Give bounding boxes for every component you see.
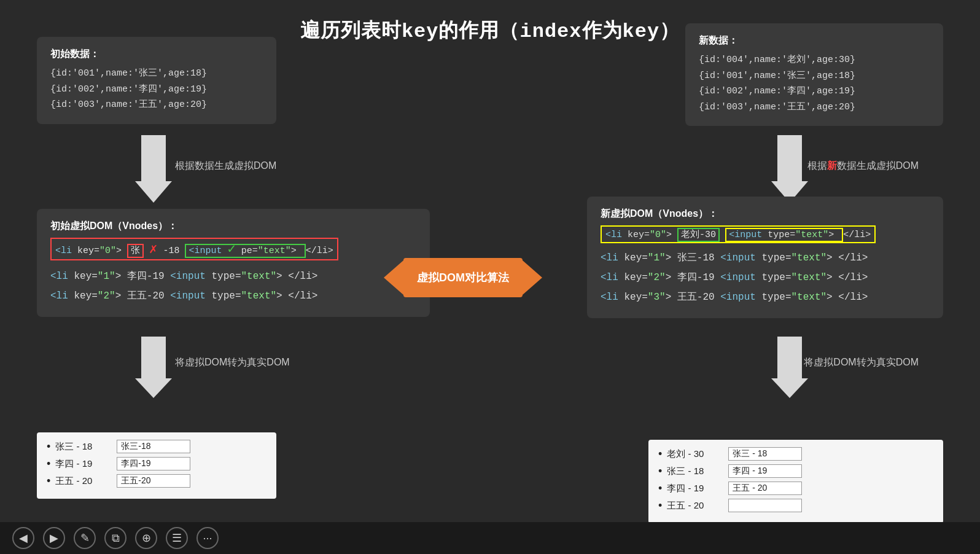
real-dom-right-row-0: • 老刘 - 30 [658, 447, 933, 461]
vdom-right-row-1: <li key="1"> 张三-18 <input type="text"> <… [601, 248, 930, 268]
real-dom-right: • 老刘 - 30 • 张三 - 18 • 李四 - 19 • 王五 - 20 [648, 440, 943, 523]
real-dom-left-row-2: • 王五 - 20 [47, 474, 266, 488]
vdom-right-row-3: <li key="3"> 王五-20 <input type="text"> <… [601, 287, 930, 307]
input-wangwu[interactable] [117, 474, 190, 488]
arrow-right-top [771, 135, 808, 203]
nav-search-button[interactable]: ⊕ [135, 527, 157, 549]
new-data-line-1: {id:'004',name:'老刘',age:30} [699, 52, 930, 68]
arrow-label-left-top: 根据数据生成虚拟DOM [175, 160, 276, 173]
vdom-right-row-2: <li key="2"> 李四-19 <input type="text"> <… [601, 268, 930, 287]
label-zhangsan: 张三 - 18 [55, 441, 117, 453]
new-data-title: 新数据： [699, 34, 930, 47]
svg-marker-1 [771, 135, 808, 203]
arrow-right-head [523, 260, 542, 295]
bullet-0: • [47, 440, 50, 453]
nav-more-button[interactable]: ··· [196, 527, 219, 549]
nav-list-button[interactable]: ☰ [166, 527, 188, 549]
new-data-box: 新数据： {id:'004',name:'老刘',age:30} {id:'00… [685, 23, 943, 126]
arrow-left-bottom [135, 337, 172, 398]
label-r-zhangsan: 张三 - 18 [667, 466, 728, 477]
initial-data-line-3: {id:'003',name:'王五',age:20} [50, 97, 263, 113]
new-vdom-box: 新虚拟DOM（Vnodes）： <li key="0"> 老刘-30 <inpu… [587, 197, 943, 318]
initial-vdom-title: 初始虚拟DOM（Vnodes）： [50, 220, 416, 233]
vdom-left-row-0-content: <li key="0"> 张 ✗ -18 <input ✓ pe="text">… [50, 238, 338, 260]
initial-data-line-1: {id:'001',name:'张三',age:18} [50, 66, 263, 82]
bullet-r-3: • [658, 499, 662, 512]
real-dom-left-row-1: • 李四 - 19 [47, 457, 266, 470]
label-r-wangwu: 王五 - 20 [667, 500, 728, 512]
initial-data-title: 初始数据： [50, 48, 263, 61]
input-r-laoliu[interactable] [728, 447, 802, 461]
bullet-r-1: • [658, 465, 662, 478]
label-laoliu: 老刘 - 30 [667, 448, 728, 460]
new-data-line-4: {id:'003',name:'王五',age:20} [699, 99, 930, 115]
x-mark-icon: ✗ [149, 242, 157, 257]
input-zhangsan[interactable] [117, 440, 190, 453]
initial-vdom-box: 初始虚拟DOM（Vnodes）： <li key="0"> 张 ✗ -18 <i… [37, 209, 430, 317]
nav-bar: ◀ ▶ ✎ ⧉ ⊕ ☰ ··· [0, 522, 980, 554]
arrow-label-right-bottom: 将虚拟DOM转为真实DOM [804, 356, 919, 369]
svg-marker-2 [135, 337, 172, 398]
initial-data-line-2: {id:'002',name:'李四',age:19} [50, 82, 263, 98]
nav-back-button[interactable]: ◀ [12, 527, 34, 549]
diff-label: 虚拟DOM对比算法 [403, 258, 523, 297]
initial-data-box: 初始数据： {id:'001',name:'张三',age:18} {id:'0… [37, 37, 276, 124]
real-dom-right-row-2: • 李四 - 19 [658, 482, 933, 495]
arrow-label-left-bottom: 将虚拟DOM转为真实DOM [175, 356, 290, 369]
label-wangwu: 王五 - 20 [55, 475, 117, 487]
bullet-1: • [47, 458, 50, 470]
input-r-wangwu[interactable] [728, 499, 802, 512]
vdom-right-row-0: <li key="0"> 老刘-30 <input type="text"> <… [601, 225, 930, 246]
new-data-line-2: {id:'001',name:'张三',age:18} [699, 68, 930, 84]
real-dom-left: • 张三 - 18 • 李四 - 19 • 王五 - 20 [37, 432, 276, 499]
real-dom-left-row-0: • 张三 - 18 [47, 440, 266, 453]
vdom-right-row-0-content: <li key="0"> 老刘-30 <input type="text"> <… [601, 225, 876, 243]
label-r-lisi: 李四 - 19 [667, 483, 728, 494]
bullet-2: • [47, 475, 50, 488]
arrow-left-top [135, 135, 172, 203]
arrow-left-head [384, 260, 403, 295]
bullet-r-2: • [658, 482, 662, 495]
input-r-zhangsan[interactable] [728, 464, 802, 478]
bullet-r-0: • [658, 448, 662, 461]
arrow-right-bottom [771, 337, 808, 398]
nav-copy-button[interactable]: ⧉ [104, 527, 126, 549]
arrow-label-right-top: 根据新数据生成虚拟DOM [807, 160, 919, 173]
vdom-left-row-0: <li key="0"> 张 ✗ -18 <input ✓ pe="text">… [50, 238, 416, 263]
check-mark-icon: ✓ [227, 242, 235, 257]
real-dom-right-row-1: • 张三 - 18 [658, 464, 933, 478]
nav-forward-button[interactable]: ▶ [43, 527, 65, 549]
input-r-lisi[interactable] [728, 482, 802, 495]
new-vdom-title: 新虚拟DOM（Vnodes）： [601, 208, 930, 220]
vdom-left-row-1: <li key="1"> 李四-19 <input type="text"> <… [50, 267, 416, 286]
label-lisi: 李四 - 19 [55, 458, 117, 470]
svg-marker-3 [771, 337, 808, 398]
nav-edit-button[interactable]: ✎ [74, 527, 96, 549]
svg-marker-0 [135, 135, 172, 203]
new-data-line-3: {id:'002',name:'李四',age:19} [699, 84, 930, 99]
real-dom-right-row-3: • 王五 - 20 [658, 499, 933, 512]
diff-arrow-container: 虚拟DOM对比算法 [384, 258, 542, 297]
input-lisi[interactable] [117, 457, 190, 470]
vdom-left-row-2: <li key="2"> 王五-20 <input type="text"> <… [50, 286, 416, 306]
